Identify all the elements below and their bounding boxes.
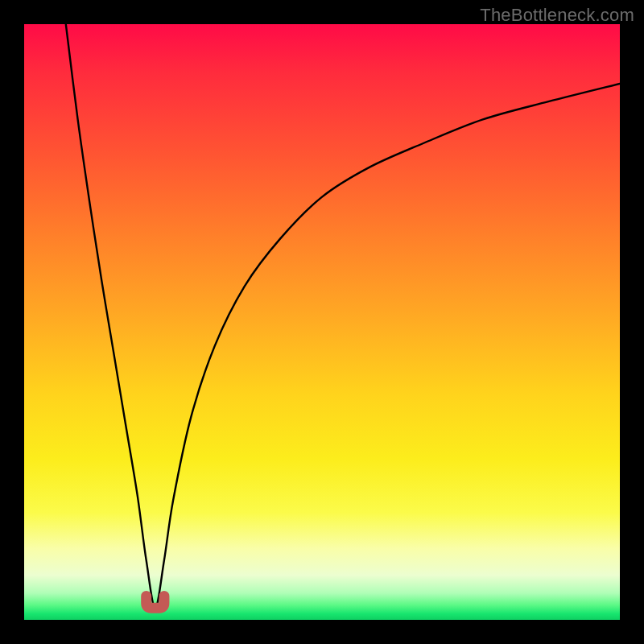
minimum-marker (147, 596, 164, 608)
curve-path (66, 24, 620, 608)
bottleneck-curve (24, 24, 620, 620)
watermark-text: TheBottleneck.com (480, 5, 634, 26)
chart-plot-area (24, 24, 620, 620)
